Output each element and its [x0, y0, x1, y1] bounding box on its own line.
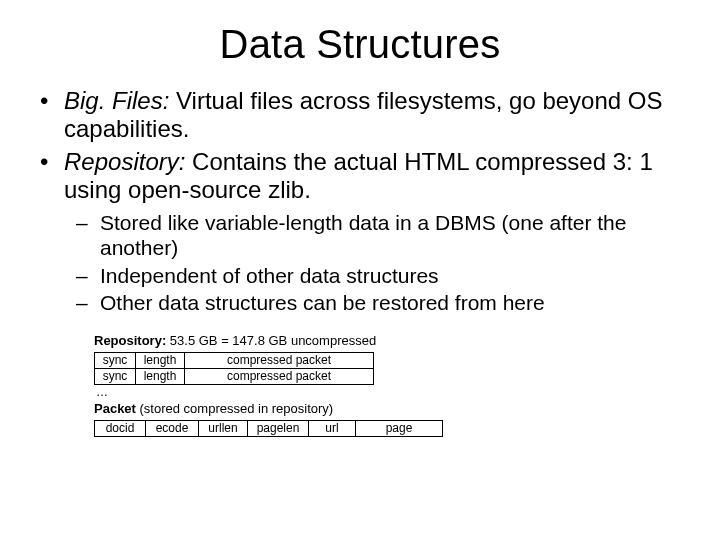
cell-compressed-packet: compressed packet — [185, 353, 374, 369]
cell-ecode: ecode — [146, 421, 199, 437]
repository-heading: Repository: 53.5 GB = 147.8 GB uncompres… — [94, 333, 690, 348]
sub-bullet-item: Stored like variable-length data in a DB… — [30, 210, 690, 260]
table-row: sync length compressed packet — [95, 369, 374, 385]
cell-length: length — [136, 353, 185, 369]
packet-note: (stored compressed in repository) — [136, 401, 333, 416]
packet-heading: Packet (stored compressed in repository) — [94, 401, 690, 416]
cell-page: page — [356, 421, 443, 437]
packet-label: Packet — [94, 401, 136, 416]
cell-length: length — [136, 369, 185, 385]
sub-bullet-item: Independent of other data structures — [30, 263, 690, 288]
cell-urllen: urllen — [199, 421, 248, 437]
term-bigfiles: Big. Files: — [64, 87, 169, 114]
diagram: Repository: 53.5 GB = 147.8 GB uncompres… — [94, 333, 690, 437]
repository-size: 53.5 GB = 147.8 GB uncompressed — [166, 333, 376, 348]
table-row: docid ecode urllen pagelen url page — [95, 421, 443, 437]
slide: Data Structures Big. Files: Virtual file… — [0, 0, 720, 437]
cell-url: url — [309, 421, 356, 437]
bullet-list: Big. Files: Virtual files across filesys… — [30, 87, 690, 204]
bullet-item: Repository: Contains the actual HTML com… — [30, 148, 690, 205]
cell-compressed-packet: compressed packet — [185, 369, 374, 385]
cell-sync: sync — [95, 369, 136, 385]
cell-sync: sync — [95, 353, 136, 369]
bullet-item: Big. Files: Virtual files across filesys… — [30, 87, 690, 144]
term-repository: Repository: — [64, 148, 185, 175]
sub-bullet-list: Stored like variable-length data in a DB… — [30, 210, 690, 315]
sub-bullet-item: Other data structures can be restored fr… — [30, 290, 690, 315]
packet-table: docid ecode urllen pagelen url page — [94, 420, 443, 437]
ellipsis: … — [94, 385, 690, 399]
slide-title: Data Structures — [30, 22, 690, 67]
repository-table: sync length compressed packet sync lengt… — [94, 352, 374, 385]
cell-docid: docid — [95, 421, 146, 437]
cell-pagelen: pagelen — [248, 421, 309, 437]
table-row: sync length compressed packet — [95, 353, 374, 369]
repository-label: Repository: — [94, 333, 166, 348]
